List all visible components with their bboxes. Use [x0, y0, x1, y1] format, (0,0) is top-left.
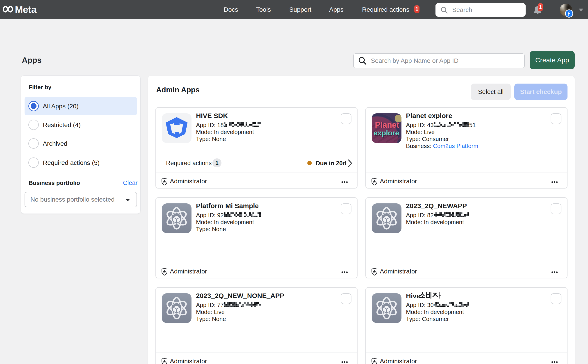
svg-text:Planet: Planet: [375, 120, 399, 130]
svg-text:explore: explore: [373, 129, 399, 137]
